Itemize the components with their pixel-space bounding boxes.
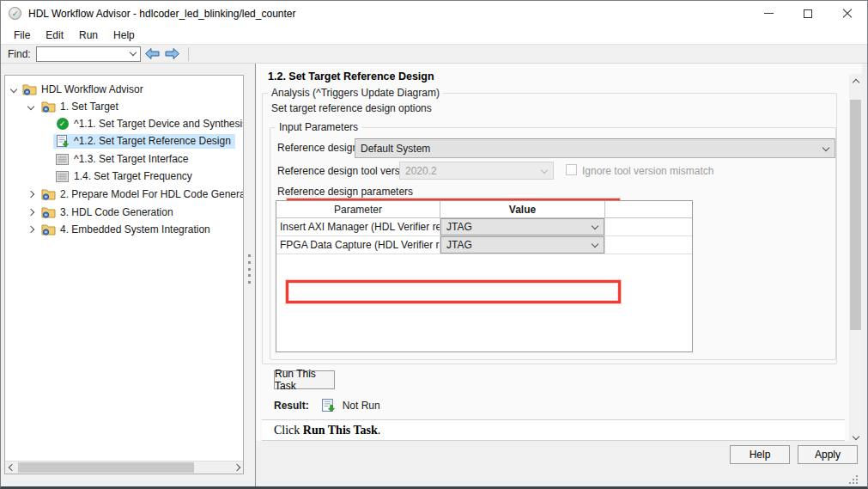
analysis-group: Analysis (^Triggers Update Diagram) Set … [262,93,837,364]
column-header-parameter: Parameter [276,201,440,217]
tree-item-label: ^1.2. Set Target Reference Design [74,135,231,147]
close-button[interactable] [828,1,867,26]
menu-help[interactable]: Help [106,28,143,43]
find-next-button[interactable] [164,47,180,60]
combo-dropdown-icon[interactable] [129,48,136,55]
chevron-down-icon [592,241,598,248]
fpga-data-capture-select[interactable]: JTAG [440,236,604,254]
result-value: Not Run [343,400,380,412]
folder-gear-icon [41,206,56,219]
window-title: HDL Workflow Advisor - hdlcoder_led_blin… [28,8,296,20]
back-arrow-icon [144,47,161,60]
maximize-icon [804,9,812,18]
result-row: Result: Not Run [274,399,380,412]
tool-version-label: Reference design tool version: [277,165,416,177]
scroll-up-icon[interactable] [849,76,862,89]
chevron-down-icon[interactable] [9,84,19,95]
task-title: 1.2. Set Target Reference Design [268,70,434,83]
tree-item-hdl-workflow-advisor[interactable]: HDL Workflow Advisor [5,81,243,98]
run-this-task-button[interactable]: Run This Task [274,370,335,389]
app-check-circle-icon [9,7,21,20]
tree-item-label: HDL Workflow Advisor [41,83,143,95]
help-button[interactable]: Help [730,445,790,464]
parameters-table: Parameter Value Insert AXI Manager (HDL … [276,200,693,352]
menu-edit[interactable]: Edit [38,28,71,43]
insert-axi-manager-select[interactable]: JTAG [440,218,604,235]
folder-gear-icon [41,188,56,201]
task-footer: Help Apply [256,441,862,487]
maximize-button[interactable] [788,1,828,26]
task-panel: 1.2. Set Target Reference Design Analysi… [255,64,862,487]
chevron-down-icon [541,166,548,173]
parameter-cell: Insert AXI Manager (HDL Verifier requ... [276,218,440,235]
tree-item-label: 1.4. Set Target Frequency [74,170,192,182]
find-toolbar: Find: [1,44,867,64]
input-parameters-label: Input Parameters [276,121,361,133]
find-label: Find: [8,48,31,60]
parameter-cell: FPGA Data Capture (HDL Verifier requi... [276,236,440,254]
result-label: Result: [274,400,309,412]
column-header-value: Value [440,201,605,217]
not-run-task-icon [321,399,336,412]
find-previous-button[interactable] [144,47,161,60]
scrollbar-thumb[interactable] [18,462,194,473]
hdl-workflow-advisor-window: HDL Workflow Advisor - hdlcoder_led_blin… [0,0,868,489]
find-input[interactable] [36,46,141,62]
tree-item-label: 3. HDL Code Generation [60,206,173,218]
apply-button[interactable]: Apply [798,445,858,464]
panel-splitter[interactable] [246,254,252,284]
menu-run[interactable]: Run [71,28,106,43]
tree-item-label: 2. Prepare Model For HDL Code Generation [60,188,244,200]
table-header-row: Parameter Value [276,201,692,218]
input-parameters-group: Input Parameters Reference design: Defau… [270,127,836,360]
table-row: Insert AXI Manager (HDL Verifier requ...… [276,218,692,236]
folder-gear-icon [22,83,37,96]
scrollbar-thumb[interactable] [850,100,861,330]
chevron-down-icon[interactable] [26,101,36,112]
tree-item-set-target[interactable]: 1. Set Target [5,98,243,115]
scroll-left-icon[interactable] [5,461,18,474]
folder-gear-icon [41,223,56,236]
chevron-right-icon[interactable] [26,224,36,235]
table-row: FPGA Data Capture (HDL Verifier requi...… [276,236,692,254]
tree-item-hdl-code-generation[interactable]: 3. HDL Code Generation [5,204,243,221]
tree-item-embedded-system-integration[interactable]: 4. Embedded System Integration [5,221,243,238]
ignore-mismatch-checkbox[interactable] [566,164,577,175]
task-run-icon [55,135,70,148]
tree-horizontal-scrollbar[interactable] [5,461,243,474]
reference-design-parameters-label: Reference design parameters [277,186,413,198]
task-message: Click Run This Task. [274,424,380,437]
workflow-tree-panel: HDL Workflow Advisor 1. Set Target ^1.1.… [4,75,244,474]
tree-item-set-target-interface[interactable]: ^1.3. Set Target Interface [5,150,243,168]
task-vertical-scrollbar[interactable] [849,74,862,444]
tree-item-label: ^1.3. Set Target Interface [74,153,189,165]
chevron-down-icon [822,144,829,150]
menu-file[interactable]: File [6,28,38,43]
folder-gear-icon [41,101,56,113]
tree-item-label: ^1.1. Set Target Device and Synthesis To… [74,118,244,130]
minimize-button[interactable] [749,1,788,26]
task-message-box: Click Run This Task. [262,419,845,441]
close-icon [842,9,853,19]
tree-item-prepare-model[interactable]: 2. Prepare Model For HDL Code Generation [5,186,243,203]
chevron-down-icon [592,223,598,229]
check-circle-icon [55,118,70,131]
resize-grip[interactable] [849,475,858,484]
toolbar-separator [188,47,189,61]
task-pending-icon [55,153,70,166]
title-bar: HDL Workflow Advisor - hdlcoder_led_blin… [1,1,867,26]
analysis-group-label: Analysis (^Triggers Update Diagram) [268,87,443,99]
minimize-icon [764,13,774,14]
tree-item-label: 4. Embedded System Integration [60,223,210,235]
tree-item-set-target-reference-design[interactable]: ^1.2. Set Target Reference Design [5,132,243,150]
chevron-right-icon[interactable] [26,189,36,199]
tree-item-set-target-frequency[interactable]: 1.4. Set Target Frequency [5,168,243,185]
tree-item-set-target-device[interactable]: ^1.1. Set Target Device and Synthesis To… [5,115,243,132]
chevron-right-icon[interactable] [26,207,36,217]
task-pending-icon [55,170,70,183]
tool-version-select[interactable]: 2020.2 [399,162,554,180]
ignore-mismatch-label: Ignore tool version mismatch [582,165,713,177]
reference-design-select[interactable]: Default System [355,138,835,158]
scroll-right-icon[interactable] [230,461,243,474]
task-description: Set target reference design options [271,102,432,114]
